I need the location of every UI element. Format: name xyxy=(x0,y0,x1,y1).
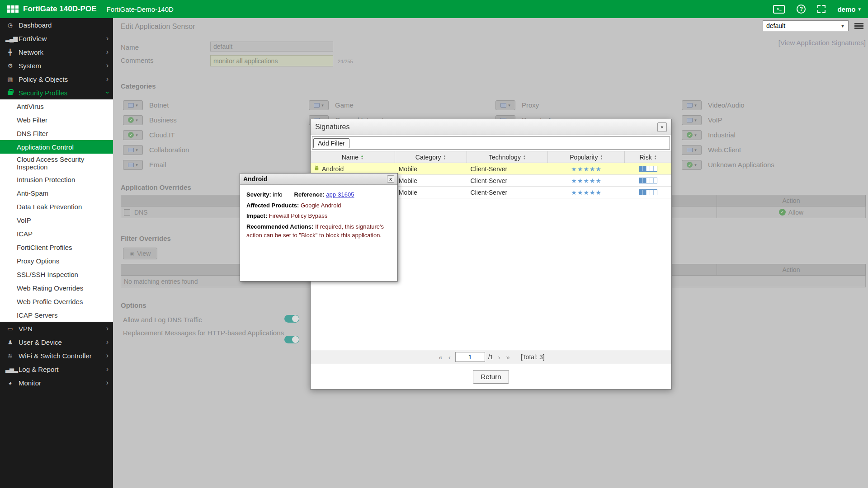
return-button[interactable]: Return xyxy=(473,370,509,384)
sidebar-subitem-web-rating-overrides[interactable]: Web Rating Overrides xyxy=(0,281,113,295)
dropdown-caret-icon: ▾ xyxy=(321,103,324,108)
sidebar-item-network[interactable]: ╋ Network › xyxy=(0,45,113,59)
comments-field[interactable]: monitor all applications xyxy=(210,55,333,66)
monitor-action-icon xyxy=(314,103,320,108)
category-action-dropdown[interactable]: ✓ ▾ xyxy=(682,130,702,140)
sidebar-subitem-proxy-options[interactable]: Proxy Options xyxy=(0,254,113,267)
sidebar-subitem-web-profile-overrides[interactable]: Web Profile Overrides xyxy=(0,295,113,308)
sidebar-subitem-forticlient-profiles[interactable]: FortiClient Profiles xyxy=(0,240,113,254)
chevron-right-icon: › xyxy=(106,325,108,332)
sidebar-item-wifi-switch-controller[interactable]: ≋ WiFi & Switch Controller › xyxy=(0,349,113,362)
dropdown-caret-icon: ▾ xyxy=(508,103,510,108)
column-header-risk[interactable]: Risk ▲▼ xyxy=(625,151,671,163)
sidebar-item-dashboard[interactable]: ◷ Dashboard › xyxy=(0,18,113,32)
sidebar-item-monitor[interactable]: ◕ Monitor › xyxy=(0,376,113,389)
category-action-dropdown[interactable]: ✓ ▾ xyxy=(123,130,143,140)
replacement-messages-toggle[interactable] xyxy=(284,336,299,343)
name-label: Name xyxy=(121,43,139,51)
category-action-dropdown[interactable]: ▾ xyxy=(682,145,702,155)
allow-icon: ✓ xyxy=(128,132,134,138)
sidebar-subitem-data-leak-prevention[interactable]: Data Leak Prevention xyxy=(0,200,113,213)
category-action-dropdown[interactable]: ▾ xyxy=(682,100,702,110)
category-web-client: ▾ Web.Client xyxy=(682,145,774,155)
dropdown-caret-icon: ▾ xyxy=(694,118,697,122)
view-button[interactable]: ◉ View xyxy=(123,248,157,259)
sidebar-item-security-profiles[interactable]: Security Profiles › xyxy=(0,86,113,99)
sidebar-subitem-ssl-ssh-inspection[interactable]: SSL/SSH Inspection xyxy=(0,267,113,281)
sidebar-subitem-web-filter[interactable]: Web Filter xyxy=(0,113,113,127)
sidebar-subitem-application-control[interactable]: Application Control xyxy=(0,140,113,154)
add-filter-button[interactable]: Add Filter xyxy=(313,138,349,148)
prev-page-button[interactable]: ‹ xyxy=(447,353,452,361)
sidebar-subitem-antivirus[interactable]: AntiVirus xyxy=(0,99,113,113)
allow-icon: ✓ xyxy=(687,132,693,138)
dropdown-caret-icon: ▾ xyxy=(136,163,138,167)
column-header-popularity[interactable]: Popularity ▲▼ xyxy=(548,151,625,163)
signature-detail-popup: Android x Severity: info Reference: app-… xyxy=(240,173,398,282)
category-industrial: ✓ ▾ Industrial xyxy=(682,130,774,140)
last-page-button[interactable]: » xyxy=(505,353,511,361)
sidebar-item-user-device[interactable]: ♟ User & Device › xyxy=(0,335,113,349)
monitor-action-icon xyxy=(128,148,134,152)
help-icon[interactable]: ? xyxy=(797,5,806,14)
sidebar-subitem-voip[interactable]: VoIP xyxy=(0,213,113,227)
fortinet-logo-icon xyxy=(7,5,19,13)
menu-toggle-icon[interactable] xyxy=(854,22,863,30)
sidebar-item-system[interactable]: ⚙ System › xyxy=(0,59,113,72)
sidebar-item-policy-objects[interactable]: ▧ Policy & Objects › xyxy=(0,72,113,86)
sidebar-subitem-anti-spam[interactable]: Anti-Spam xyxy=(0,186,113,200)
chevron-right-icon: › xyxy=(106,48,108,56)
row-checkbox[interactable] xyxy=(124,209,130,216)
allow-check-icon: ✓ xyxy=(779,209,786,216)
profile-select[interactable]: default ▼ xyxy=(763,20,849,31)
category-botnet: ▾ Botnet xyxy=(123,100,189,110)
category-action-dropdown[interactable]: ▾ xyxy=(495,100,515,110)
first-page-button[interactable]: « xyxy=(437,353,443,361)
fortiview-icon: ▂▄▆ xyxy=(5,35,14,42)
column-header-technology[interactable]: Technology ▲▼ xyxy=(467,151,548,163)
close-icon[interactable]: ✕ xyxy=(657,122,667,132)
monitor-action-icon xyxy=(687,118,693,122)
category-action-dropdown[interactable]: ✓ ▾ xyxy=(682,160,702,170)
sidebar-subitem-icap-servers[interactable]: ICAP Servers xyxy=(0,308,113,322)
system-icon: ⚙ xyxy=(5,62,14,69)
column-header-name[interactable]: Name ▲▼ xyxy=(311,151,395,163)
dropdown-caret-icon: ▾ xyxy=(136,148,138,152)
eye-icon: ◉ xyxy=(130,250,134,257)
category-video-audio: ▾ Video/Audio xyxy=(682,100,774,110)
filter-bar[interactable]: Add Filter xyxy=(312,136,670,150)
sidebar-subitem-cloud-access-security-inspection[interactable]: Cloud Access Security Inspection xyxy=(0,154,113,173)
column-header-category[interactable]: Category ▲▼ xyxy=(395,151,467,163)
category-action-dropdown[interactable]: ▾ xyxy=(123,100,143,110)
sort-icon: ▲▼ xyxy=(361,155,363,160)
category-action-dropdown[interactable]: ▾ xyxy=(309,100,329,110)
name-field[interactable]: default xyxy=(210,42,333,52)
page-input[interactable] xyxy=(455,352,485,362)
sidebar-item-fortiview[interactable]: ▂▄▆ FortiView › xyxy=(0,32,113,45)
sidebar-subitem-icap[interactable]: ICAP xyxy=(0,227,113,240)
chevron-right-icon: › xyxy=(106,366,108,373)
category-action-dropdown[interactable]: ▾ xyxy=(123,145,143,155)
fullscreen-icon[interactable] xyxy=(817,5,826,13)
categories-section-label: Categories xyxy=(121,82,156,90)
sidebar-item-log-report[interactable]: ▃▅▂ Log & Report › xyxy=(0,362,113,376)
sidebar-subitem-intrusion-protection[interactable]: Intrusion Protection xyxy=(0,173,113,186)
dns-traffic-toggle[interactable] xyxy=(284,315,299,323)
reference-link[interactable]: app-31605 xyxy=(326,191,354,198)
chevron-right-icon: › xyxy=(106,379,108,386)
cli-console-icon[interactable]: >_ xyxy=(773,5,785,14)
risk-meter-icon xyxy=(639,166,657,172)
sidebar-item-vpn[interactable]: ▭ VPN › xyxy=(0,322,113,335)
close-icon[interactable]: x xyxy=(387,175,394,183)
category-action-dropdown[interactable]: ▾ xyxy=(682,115,702,125)
view-signatures-link[interactable]: [View Application Signatures] xyxy=(778,39,866,47)
risk-meter-icon xyxy=(639,178,657,183)
next-page-button[interactable]: › xyxy=(496,353,501,361)
category-action-dropdown[interactable]: ✓ ▾ xyxy=(123,115,143,125)
user-menu[interactable]: demo ▾ xyxy=(837,5,861,13)
category-action-dropdown[interactable]: ▾ xyxy=(123,160,143,170)
policy-objects-icon: ▧ xyxy=(5,76,14,83)
category-game: ▾ Game xyxy=(309,100,384,110)
sidebar-subitem-dns-filter[interactable]: DNS Filter xyxy=(0,127,113,140)
replacement-messages-label: Replacement Messages for HTTP-based Appl… xyxy=(123,329,284,337)
